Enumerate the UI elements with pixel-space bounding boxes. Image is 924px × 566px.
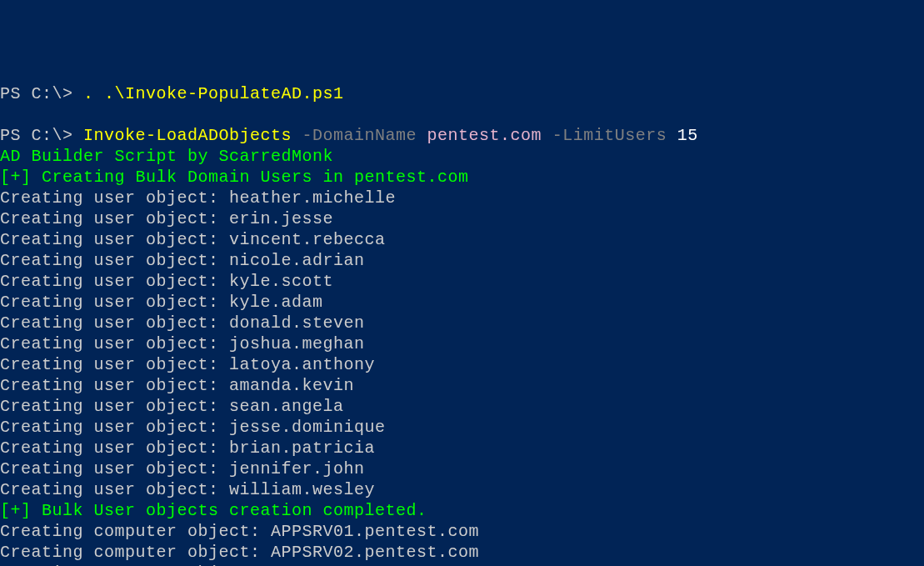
users-header: [+] Creating Bulk Domain Users in pentes… xyxy=(0,168,469,187)
cmdlet: Invoke-LoadADObjects xyxy=(83,126,292,145)
param-limitusers: -LimitUsers xyxy=(542,126,667,145)
users-complete: [+] Bulk User objects creation completed… xyxy=(0,501,427,520)
powershell-terminal[interactable]: PS C:\> . .\Invoke-PopulateAD.ps1 PS C:\… xyxy=(0,83,924,566)
user-line: Creating user object: kyle.adam xyxy=(0,293,323,312)
arg-limit: 15 xyxy=(667,126,698,145)
ps-prompt: PS C:\> xyxy=(0,84,83,103)
command-1: . .\Invoke-PopulateAD.ps1 xyxy=(83,84,344,103)
user-line: Creating user object: erin.jesse xyxy=(0,209,333,228)
user-line: Creating user object: brian.patricia xyxy=(0,438,375,458)
user-line: Creating user object: donald.steven xyxy=(0,313,365,333)
user-line: Creating user object: sean.angela xyxy=(0,397,344,416)
user-line: Creating user object: amanda.kevin xyxy=(0,376,354,395)
arg-domain: pentest.com xyxy=(417,126,542,145)
computer-line: Creating computer object: APPSRV02.pente… xyxy=(0,543,479,562)
user-line: Creating user object: nicole.adrian xyxy=(0,251,365,270)
user-line: Creating user object: latoya.anthony xyxy=(0,355,375,374)
ps-prompt: PS C:\> xyxy=(0,126,83,145)
prompt-line-1: PS C:\> . .\Invoke-PopulateAD.ps1 xyxy=(0,84,344,103)
user-line: Creating user object: kyle.scott xyxy=(0,272,333,291)
script-banner: AD Builder Script by ScarredMonk xyxy=(0,147,333,166)
user-line: Creating user object: jennifer.john xyxy=(0,459,365,478)
computer-line: Creating computer object: APPSRV01.pente… xyxy=(0,522,479,541)
user-line: Creating user object: jesse.dominique xyxy=(0,418,386,437)
param-domainname: -DomainName xyxy=(292,126,417,145)
user-line: Creating user object: william.wesley xyxy=(0,480,375,499)
prompt-line-2: PS C:\> Invoke-LoadADObjects -DomainName… xyxy=(0,126,698,145)
user-line: Creating user object: heather.michelle xyxy=(0,188,396,208)
user-line: Creating user object: joshua.meghan xyxy=(0,334,365,353)
user-line: Creating user object: vincent.rebecca xyxy=(0,230,386,249)
